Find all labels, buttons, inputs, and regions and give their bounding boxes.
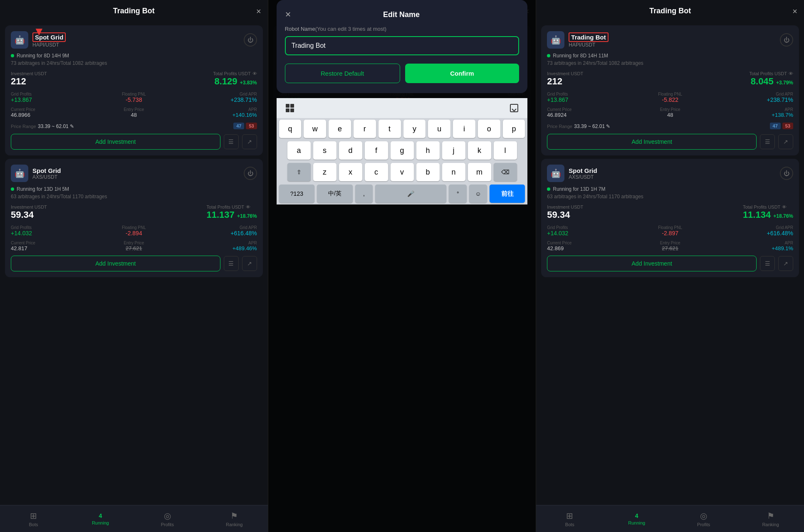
key-k[interactable]: k [468,141,491,160]
key-e[interactable]: e [329,120,351,138]
metrics-row: Investment USDT 212 Total Profits USDT 👁… [11,71,257,87]
right-share-button[interactable]: ↗ [778,134,793,149]
badge-47: 47 [233,123,244,129]
key-c[interactable]: c [365,163,388,181]
bot-info-2: 🤖 Spot Grid AXS/USDT [11,165,61,182]
key-enter[interactable]: 前往 [490,185,525,203]
key-a[interactable]: a [287,141,311,160]
key-comma[interactable]: , [355,185,373,203]
bot-name-section-2: Spot Grid AXS/USDT [32,167,61,180]
robot-name-input[interactable] [285,36,520,55]
floating-pnl-item: Floating PNL -5.738 [94,92,175,103]
left-close-button[interactable]: × [256,6,261,16]
right-add-investment-button[interactable]: Add Investment [547,134,757,150]
share-button-2[interactable]: ↗ [242,256,257,271]
investment-metric-2: Investment USDT 59.34 [11,204,47,220]
key-i[interactable]: i [453,120,475,138]
right-card-1: 🤖 Trading Bot HAPI/USDT ⏻ Running for 8D… [541,25,799,155]
key-123[interactable]: ?123 [279,185,314,203]
current-price-value: 46.8966 [11,112,92,118]
restore-default-button[interactable]: Restore Default [285,64,400,83]
key-b[interactable]: b [416,163,440,181]
entry-price-label: Entry Price [94,107,175,112]
status-dot-2 [11,187,14,191]
svg-rect-1 [290,104,294,108]
detail-button-2[interactable]: ☰ [224,256,239,271]
nav-ranking-left[interactable]: ⚑ Ranking [201,505,268,532]
keyboard-toolbar [277,98,528,118]
grid-profits-value: +13.867 [11,96,92,103]
key-backspace[interactable]: ⌫ [494,163,517,181]
key-f[interactable]: f [365,141,388,160]
svg-rect-3 [290,108,294,112]
right-add-investment-button-2[interactable]: Add Investment [547,256,757,271]
key-j[interactable]: j [442,141,465,160]
nav-running-right[interactable]: 4 Running [603,505,670,532]
right-card-actions: Add Investment ☰ ↗ [547,134,793,150]
key-s[interactable]: s [313,141,336,160]
right-arbitrage-text: 73 arbitrages in 24hrs/Total 1082 arbitr… [547,60,793,66]
left-card-2-header: 🤖 Spot Grid AXS/USDT ⏻ [11,165,257,182]
power-button[interactable]: ⏻ [244,33,257,47]
key-l[interactable]: l [494,141,517,160]
nav-profits-right[interactable]: ◎ Profits [670,505,737,532]
edit-name-title: Edit Name [383,10,420,19]
keyboard-grid-icon[interactable] [283,101,297,115]
modal-close-btn[interactable]: ✕ [285,10,291,19]
right-share-button-2[interactable]: ↗ [778,256,793,271]
grid-apr-label: Grid APR [176,92,257,96]
key-emoji[interactable]: ☺ [469,185,487,203]
key-q[interactable]: q [279,120,302,138]
key-d[interactable]: d [339,141,362,160]
left-panel-title: Trading Bot [113,7,155,15]
apr-label: APR [176,107,257,112]
add-investment-button-2[interactable]: Add Investment [11,256,220,271]
red-arrow-indicator: ▼ [33,25,45,38]
share-button[interactable]: ↗ [242,134,257,149]
right-bot-pair: HAPI/USDT [569,42,608,48]
right-bot-name: Trading Bot [569,32,608,42]
key-o[interactable]: o [478,120,500,138]
apr-item: APR +140.16% [176,107,257,118]
key-v[interactable]: v [391,163,414,181]
detail-button[interactable]: ☰ [224,134,239,149]
key-shift[interactable]: ⇧ [287,163,311,181]
right-badge-53: 53 [782,123,793,129]
right-detail-button-2[interactable]: ☰ [760,256,775,271]
key-p[interactable]: p [503,120,525,138]
investment-metric: Investment USDT 212 [11,71,47,87]
nav-bots-left[interactable]: ⊞ Bots [0,505,67,532]
right-power-button[interactable]: ⏻ [780,33,793,47]
key-dot[interactable]: ° [449,185,467,203]
key-mic[interactable]: 🎤 [375,185,446,203]
key-m[interactable]: m [468,163,491,181]
nav-ranking-right[interactable]: ⚑ Ranking [737,505,804,532]
profits-label-2: Total Profits USDT 👁 [207,204,257,209]
confirm-button[interactable]: Confirm [405,64,520,83]
key-y[interactable]: y [403,120,426,138]
key-w[interactable]: w [304,120,326,138]
power-button-2[interactable]: ⏻ [244,167,257,180]
nav-profits-left[interactable]: ◎ Profits [134,505,201,532]
nav-bots-right[interactable]: ⊞ Bots [536,505,603,532]
nav-running-left[interactable]: 4 Running [67,505,134,532]
key-lang[interactable]: 中/英 [317,185,352,203]
add-investment-button[interactable]: Add Investment [11,134,220,150]
key-t[interactable]: t [378,120,401,138]
key-u[interactable]: u [428,120,450,138]
right-panel: Trading Bot × 🤖 Trading Bot HAPI/USDT ⏻ [536,0,804,532]
key-z[interactable]: z [313,163,336,181]
key-x[interactable]: x [339,163,362,181]
stats-grid: Grid Profits +13.867 Floating PNL -5.738… [11,92,257,103]
right-power-button-2[interactable]: ⏻ [780,167,793,180]
bot-pair: HAPI/USDT [32,42,66,48]
right-close-button[interactable]: × [792,6,797,16]
right-detail-button[interactable]: ☰ [760,134,775,149]
robot-name-label: Robot Name(You can edit 3 times at most) [285,26,520,32]
price-row-2: Current Price 42.817 Entry Price 27.621 … [11,241,257,251]
key-h[interactable]: h [416,141,440,160]
key-r[interactable]: r [354,120,376,138]
key-g[interactable]: g [391,141,414,160]
keyboard-collapse-icon[interactable] [507,101,521,115]
key-n[interactable]: n [442,163,465,181]
